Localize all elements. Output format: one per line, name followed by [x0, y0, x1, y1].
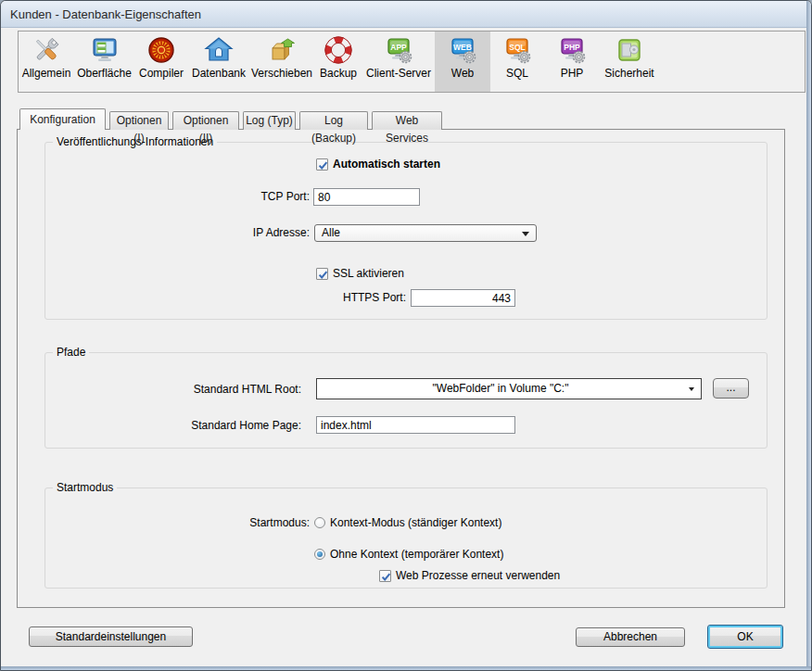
tab-optionen-1[interactable]: Optionen (I) [109, 111, 169, 130]
ip-address-label: IP Adresse: [94, 226, 310, 240]
chevron-down-icon [522, 232, 529, 236]
tab-log-backup[interactable]: Log (Backup) [299, 111, 368, 130]
toolbar-item-label: Verschieben [251, 67, 312, 80]
toolbar-item-label: Compiler [139, 67, 184, 80]
database-home-icon [204, 35, 234, 65]
toolbar-item-label: SQL [506, 67, 528, 80]
toolbar-item-sql[interactable]: SQL SQL [490, 32, 544, 92]
toolbar-item-sicherheit[interactable]: Sicherheit [600, 32, 659, 92]
html-root-value: "WebFolder" in Volume "C:" [317, 379, 684, 399]
tab-optionen-2[interactable]: Optionen (II) [172, 111, 239, 130]
autostart-label: Automatisch starten [333, 158, 440, 171]
home-page-input[interactable] [316, 416, 515, 434]
toolbar-item-backup[interactable]: Backup [314, 32, 362, 92]
toolbar-item-label: Datenbank [192, 67, 246, 80]
window-frame-bottom [1, 666, 811, 670]
tab-strip: Konfiguration Optionen (I) Optionen (II)… [19, 108, 446, 130]
toolbar-item-verschieben[interactable]: Verschieben [249, 32, 314, 92]
ssl-checkbox[interactable] [316, 268, 328, 280]
titlebar[interactable]: Kunden - Datenbank-Eigenschaften [1, 1, 811, 28]
window-frame-right [806, 1, 811, 670]
context-mode-label: Kontext-Modus (ständiger Kontext) [330, 516, 501, 529]
no-context-label: Ohne Kontext (temporärer Kontext) [330, 548, 503, 561]
move-box-icon [267, 35, 297, 65]
compiler-wheel-icon [146, 35, 176, 65]
cancel-button[interactable]: Abbrechen [576, 627, 685, 647]
ssl-label: SSL aktivieren [333, 267, 404, 280]
https-port-label: HTTPS Port: [190, 291, 406, 305]
reuse-processes-row: Web Prozesse erneut verwenden [379, 569, 560, 582]
sql-server-icon: SQL [502, 35, 532, 65]
php-server-icon: PHP [557, 35, 587, 65]
context-mode-row: Kontext-Modus (ständiger Kontext) [314, 516, 501, 529]
no-context-row: Ohne Kontext (temporärer Kontext) [314, 548, 503, 561]
svg-text:APP: APP [390, 43, 407, 52]
check-icon [317, 269, 329, 281]
reuse-processes-label: Web Prozesse erneut verwenden [396, 569, 560, 582]
chevron-down-icon [689, 387, 694, 391]
lifesaver-icon [324, 35, 353, 65]
window-title: Kunden - Datenbank-Eigenschaften [10, 1, 201, 28]
tcp-port-input[interactable] [313, 188, 420, 206]
tab-log-typ[interactable]: Log (Typ) [243, 111, 296, 130]
toolbar-item-label: Web [451, 67, 474, 80]
toolbar-item-oberflaeche[interactable]: Oberfläche [74, 32, 134, 92]
app-server-icon: APP [384, 35, 413, 65]
toolbar-item-php[interactable]: PHP PHP [544, 32, 600, 92]
toolbar-item-datenbank[interactable]: Datenbank [188, 32, 249, 92]
no-context-radio[interactable] [314, 549, 325, 560]
tab-konfiguration[interactable]: Konfiguration [19, 108, 106, 130]
toolbar-item-label: Backup [320, 67, 357, 80]
svg-text:WEB: WEB [453, 43, 472, 52]
autostart-checkbox[interactable] [316, 158, 328, 171]
group-title: Startmodus [53, 481, 117, 494]
ip-address-value: Alle [322, 225, 340, 241]
check-icon [317, 159, 329, 171]
ok-button[interactable]: OK [707, 625, 783, 649]
group-paths: Pfade [44, 352, 768, 449]
startmode-label: Startmodus: [94, 516, 310, 530]
toolbar-item-label: Client-Server [366, 67, 431, 80]
dialog-window: Kunden - Datenbank-Eigenschaften Allgeme… [0, 0, 812, 671]
svg-text:PHP: PHP [564, 43, 580, 52]
defaults-button[interactable]: Standardeinstellungen [29, 627, 193, 647]
toolbar-item-label: Oberfläche [77, 67, 132, 80]
interface-monitor-icon [90, 35, 120, 65]
html-root-dropdown[interactable]: "WebFolder" in Volume "C:" [316, 378, 702, 399]
safe-icon [615, 35, 644, 65]
toolbar-item-label: Sicherheit [604, 67, 653, 80]
toolbar-item-client-server[interactable]: APP Client-Server [362, 32, 435, 92]
ssl-row: SSL aktivieren [316, 267, 404, 280]
toolbar-item-label: Allgemein [22, 67, 71, 80]
toolbar-item-allgemein[interactable]: Allgemein [19, 32, 74, 92]
https-port-input[interactable] [411, 289, 515, 307]
home-page-label: Standard Home Page: [85, 419, 301, 433]
browse-button[interactable]: ... [713, 378, 749, 399]
tab-web-services[interactable]: Web Services [372, 111, 442, 130]
tcp-port-label: TCP Port: [94, 190, 310, 204]
toolbar-item-compiler[interactable]: Compiler [134, 32, 188, 92]
settings-toolbar: Allgemein Oberfläche [18, 31, 806, 93]
toolbar-item-label: PHP [561, 67, 584, 80]
reuse-processes-checkbox[interactable] [379, 570, 391, 582]
ip-address-dropdown[interactable]: Alle [314, 224, 537, 242]
html-root-label: Standard HTML Root: [85, 383, 301, 397]
autostart-row: Automatisch starten [316, 158, 440, 171]
web-server-icon: WEB [448, 35, 477, 65]
toolbar-item-web[interactable]: WEB Web [435, 32, 490, 92]
group-title: Pfade [53, 346, 89, 359]
check-icon [380, 571, 392, 583]
tools-icon [32, 35, 61, 65]
radio-dot [317, 551, 323, 557]
context-mode-radio[interactable] [314, 517, 325, 528]
svg-text:SQL: SQL [509, 43, 525, 52]
